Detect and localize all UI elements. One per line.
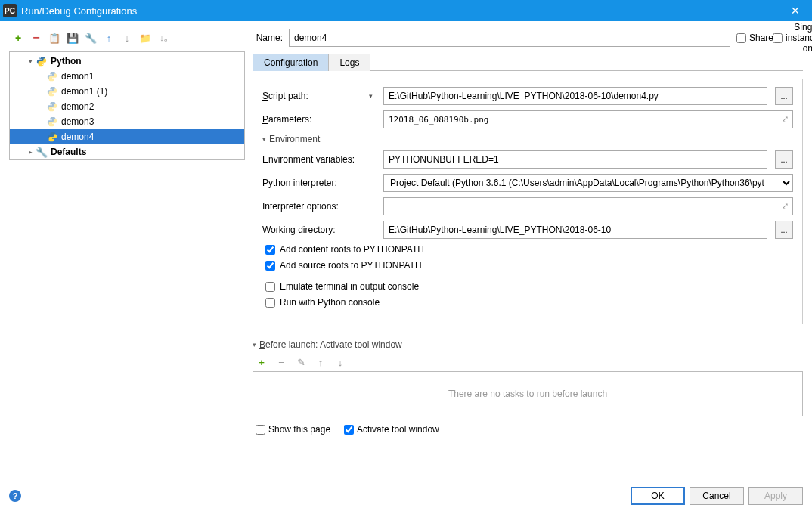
show-this-page-checkbox[interactable]: Show this page <box>256 424 330 435</box>
tab-logs[interactable]: Logs <box>328 54 370 71</box>
chevron-down-icon: ▾ <box>262 135 266 143</box>
interpreter-options-input[interactable] <box>383 197 793 215</box>
working-dir-label: Working directory: <box>262 224 376 235</box>
python-file-icon <box>46 71 58 82</box>
tree-label: demon3 <box>61 116 94 127</box>
name-label: Name: <box>253 33 283 43</box>
tree-label: demon2 <box>61 101 94 112</box>
up-icon[interactable]: ↑ <box>103 32 115 44</box>
edit-icon[interactable]: ✎ <box>295 356 307 368</box>
tree-item[interactable]: demon1 <box>10 69 244 84</box>
folder-icon[interactable]: 📁 <box>139 32 151 44</box>
single-instance-checkbox[interactable]: Single instance only <box>773 22 803 54</box>
expand-icon[interactable]: ⤢ <box>782 114 789 124</box>
tab-configuration[interactable]: Configuration <box>253 54 329 71</box>
up-icon[interactable]: ↑ <box>315 356 327 368</box>
tree-toolbar: + − 📋 💾 🔧 ↑ ↓ 📁 ↓ₐ <box>9 29 245 47</box>
working-dir-input[interactable] <box>383 221 767 239</box>
down-icon[interactable]: ↓ <box>121 32 133 44</box>
browse-button[interactable]: ... <box>775 150 793 169</box>
tree-label: Python <box>51 56 82 67</box>
before-launch-header[interactable]: ▾ Before launch: Activate tool window <box>253 339 803 350</box>
activate-tool-window-checkbox[interactable]: Activate tool window <box>344 424 439 435</box>
add-icon[interactable]: + <box>256 356 268 368</box>
tree-label: Defaults <box>51 147 86 157</box>
parameters-label: Parameters: <box>262 114 376 125</box>
share-checkbox[interactable]: Share <box>736 33 767 43</box>
tree-label: demon4 <box>61 132 94 142</box>
interpreter-label: Python interpreter: <box>262 178 376 188</box>
run-python-console-checkbox[interactable] <box>265 298 275 308</box>
parameters-input[interactable] <box>383 110 793 128</box>
browse-button[interactable]: ... <box>775 221 793 239</box>
tree-item[interactable]: demon1 (1) <box>10 84 244 99</box>
python-file-icon <box>46 116 58 127</box>
svg-point-0 <box>40 57 41 58</box>
python-file-icon <box>46 132 58 142</box>
tree-item[interactable]: demon3 <box>10 114 244 129</box>
script-path-label: Script path: <box>262 91 308 101</box>
expand-icon[interactable]: ⤢ <box>782 201 789 211</box>
wrench-icon: 🔧 <box>36 147 48 157</box>
tree-node-python[interactable]: ▾ Python <box>10 54 244 69</box>
tree-label: demon1 (1) <box>61 86 107 97</box>
tree-item-selected[interactable]: demon4 <box>10 129 244 144</box>
add-content-roots-checkbox[interactable] <box>265 245 275 255</box>
sort-icon[interactable]: ↓ₐ <box>157 32 169 44</box>
emulate-terminal-checkbox[interactable] <box>265 282 275 292</box>
window-title: Run/Debug Configurations <box>21 5 782 17</box>
script-path-input[interactable] <box>383 87 767 105</box>
save-icon[interactable]: 💾 <box>67 32 79 44</box>
environment-section-header[interactable]: ▾ Environment <box>262 134 793 144</box>
tabs: Configuration Logs <box>253 53 803 71</box>
close-button[interactable]: ✕ <box>782 0 809 21</box>
copy-icon[interactable]: 📋 <box>48 32 60 44</box>
chevron-down-icon: ▾ <box>25 57 36 65</box>
python-file-icon <box>46 101 58 112</box>
browse-button[interactable]: ... <box>775 87 793 105</box>
remove-icon[interactable]: − <box>275 356 287 368</box>
cancel-button[interactable]: Cancel <box>690 487 744 505</box>
help-icon[interactable]: ? <box>9 490 21 502</box>
down-icon[interactable]: ↓ <box>334 356 346 368</box>
interpreter-select[interactable]: Project Default (Python 3.6.1 (C:\Users\… <box>383 174 793 192</box>
svg-point-1 <box>42 64 43 65</box>
remove-icon[interactable]: − <box>30 32 42 44</box>
app-icon: PC <box>3 4 17 17</box>
env-vars-label: Environment variables: <box>262 154 376 165</box>
tree-item[interactable]: demon2 <box>10 99 244 114</box>
empty-tasks-text: There are no tasks to run before launch <box>448 389 607 399</box>
add-source-roots-checkbox[interactable] <box>265 261 275 271</box>
apply-button[interactable]: Apply <box>748 487 803 505</box>
configuration-form: Script path: ▾ ... Parameters: ⤢ ▾ Envir… <box>253 79 803 324</box>
chevron-down-icon: ▾ <box>253 341 256 348</box>
python-icon <box>36 56 48 67</box>
add-icon[interactable]: + <box>12 32 24 44</box>
chevron-down-icon[interactable]: ▾ <box>365 92 376 100</box>
wrench-toolbar-icon[interactable]: 🔧 <box>85 32 97 44</box>
ok-button[interactable]: OK <box>631 487 685 505</box>
titlebar: PC Run/Debug Configurations ✕ <box>0 0 812 21</box>
name-input[interactable] <box>289 29 730 47</box>
tree-label: demon1 <box>61 71 94 82</box>
before-launch-toolbar: + − ✎ ↑ ↓ <box>256 356 803 368</box>
tree-node-defaults[interactable]: ▸ 🔧 Defaults <box>10 144 244 159</box>
python-file-icon <box>46 86 58 97</box>
config-tree[interactable]: ▾ Python demon1 demon1 (1) demon2 <box>9 51 245 160</box>
chevron-right-icon: ▸ <box>25 148 36 156</box>
before-launch-list[interactable]: There are no tasks to run before launch <box>253 371 803 416</box>
env-vars-input[interactable] <box>383 150 767 169</box>
interpreter-options-label: Interpreter options: <box>262 201 376 212</box>
